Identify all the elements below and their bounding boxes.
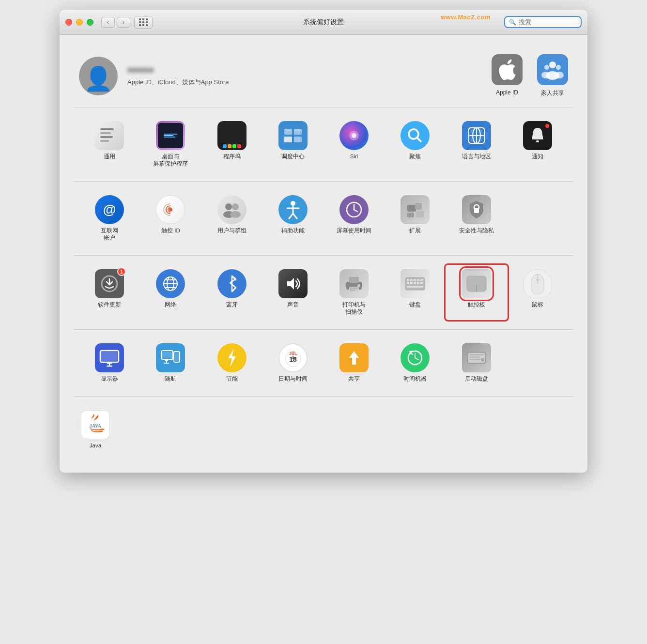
- apple-logo-svg: [498, 59, 516, 80]
- spotlight-icon: [401, 121, 430, 150]
- security-icon: [462, 195, 491, 224]
- svg-rect-90: [469, 356, 480, 358]
- back-button[interactable]: ‹: [101, 17, 115, 28]
- section-hardware: 1 软件更新: [74, 256, 573, 330]
- svg-rect-33: [416, 211, 424, 217]
- pref-energy[interactable]: 节能: [201, 339, 262, 386]
- extensions-icon: [401, 195, 430, 224]
- users-label: 用户与群组: [217, 227, 246, 234]
- spotlight-label: 聚焦: [409, 153, 421, 160]
- svg-rect-70: [162, 352, 172, 358]
- maximize-button[interactable]: [87, 19, 93, 26]
- updates-label: 软件更新: [98, 301, 121, 308]
- display-label: 显示器: [101, 375, 118, 383]
- svg-rect-59: [407, 286, 423, 288]
- avatar[interactable]: 👤: [79, 57, 118, 95]
- svg-point-20: [232, 203, 239, 210]
- startup-icon: [462, 343, 491, 372]
- svg-rect-52: [417, 279, 419, 281]
- close-button[interactable]: [65, 19, 72, 26]
- svg-rect-32: [407, 213, 414, 217]
- pref-display[interactable]: 显示器: [79, 339, 140, 386]
- notifications-label: 通知: [532, 153, 543, 160]
- pref-language[interactable]: 语言与地区: [446, 117, 507, 171]
- pref-keyboard[interactable]: 键盘: [385, 265, 446, 320]
- pref-users[interactable]: 用户与群组: [201, 191, 262, 245]
- search-input[interactable]: [519, 18, 577, 26]
- svg-rect-57: [417, 282, 419, 284]
- pref-network[interactable]: 网络: [140, 265, 201, 320]
- touchid-icon: [156, 195, 185, 224]
- updates-icon: 1: [95, 269, 124, 298]
- pref-mouse[interactable]: 鼠标: [507, 265, 568, 320]
- pref-startup[interactable]: 启动磁盘: [446, 339, 507, 386]
- family-sharing-action[interactable]: 家人共享: [537, 54, 568, 97]
- pref-bluetooth[interactable]: 蓝牙: [201, 265, 262, 320]
- pref-sharing[interactable]: 共享: [324, 339, 385, 386]
- pref-general[interactable]: 通用: [79, 117, 140, 171]
- svg-marker-83: [349, 351, 359, 365]
- energy-label: 节能: [226, 375, 238, 383]
- pref-security[interactable]: 安全性与隐私: [446, 191, 507, 245]
- pref-printers[interactable]: 打印机与扫描仪: [324, 265, 385, 320]
- profile-info: ●●●●● Apple ID、iCloud、媒体与App Store: [127, 65, 492, 87]
- update-badge: 1: [117, 267, 126, 276]
- accessibility-label: 辅助功能: [281, 227, 305, 234]
- svg-rect-7: [100, 132, 111, 134]
- svg-rect-55: [410, 282, 413, 284]
- printers-icon: [339, 269, 369, 298]
- pref-trackpad[interactable]: 触控板: [446, 265, 507, 320]
- svg-rect-89: [469, 354, 484, 355]
- pref-timemachine[interactable]: 时间机器: [385, 339, 446, 386]
- general-icon: [95, 121, 124, 150]
- grid-view-button[interactable]: [134, 16, 153, 29]
- extensions-label: 扩展: [409, 227, 421, 234]
- svg-line-86: [415, 358, 418, 360]
- pref-screentime[interactable]: 屏幕使用时间: [324, 191, 385, 245]
- nav-buttons: ‹ ›: [101, 17, 130, 28]
- pref-updates[interactable]: 1 软件更新: [79, 265, 140, 320]
- pref-siri[interactable]: Siri: [324, 117, 385, 171]
- profile-actions: Apple ID 家人共享: [492, 54, 568, 97]
- pref-dock[interactable]: 程序坞: [201, 117, 262, 171]
- screentime-icon: [339, 195, 369, 224]
- pref-java[interactable]: JAVA Java: [79, 406, 112, 453]
- trackpad-label: 触控板: [468, 301, 485, 308]
- keyboard-label: 键盘: [409, 301, 421, 308]
- pref-notifications[interactable]: 通知: [507, 117, 568, 171]
- svg-rect-50: [410, 279, 413, 281]
- pref-accessibility[interactable]: 辅助功能: [262, 191, 324, 245]
- pref-extensions[interactable]: 扩展: [385, 191, 446, 245]
- svg-rect-51: [414, 279, 416, 281]
- grid-dots-icon: [139, 18, 148, 26]
- pref-touchid[interactable]: 触控 ID: [140, 191, 201, 245]
- svg-point-45: [357, 284, 360, 287]
- profile-section: 👤 ●●●●● Apple ID、iCloud、媒体与App Store App…: [74, 45, 573, 107]
- svg-rect-8: [100, 136, 113, 138]
- traffic-lights: [65, 19, 93, 26]
- java-label: Java: [90, 442, 101, 449]
- pref-sidecar[interactable]: 随航: [140, 339, 201, 386]
- apple-id-action[interactable]: Apple ID: [492, 54, 523, 97]
- pref-spotlight[interactable]: 聚焦: [385, 117, 446, 171]
- pref-mission[interactable]: 调度中心: [262, 117, 324, 171]
- svg-point-92: [481, 358, 484, 361]
- svg-point-4: [556, 65, 561, 70]
- mouse-icon: [523, 269, 552, 298]
- svg-point-2: [544, 65, 549, 70]
- forward-button[interactable]: ›: [117, 17, 130, 28]
- trackpad-icon: [462, 269, 491, 298]
- datetime-icon: JUL 18: [278, 343, 308, 372]
- pref-internet[interactable]: @ 互联网帐户: [79, 191, 140, 245]
- pref-datetime[interactable]: JUL 18 日期与时间: [262, 339, 324, 386]
- pref-desktop[interactable]: 桌面与屏幕保护程序: [140, 117, 201, 171]
- search-box[interactable]: 🔍: [504, 16, 582, 28]
- dock-label: 程序坞: [223, 153, 241, 160]
- dock-icon: [217, 121, 246, 150]
- pref-sound[interactable]: 声音: [262, 265, 324, 320]
- sidecar-label: 随航: [165, 375, 176, 383]
- minimize-button[interactable]: [76, 19, 83, 26]
- titlebar: ‹ › 系统偏好设置 www.MacZ.com 🔍: [60, 10, 587, 35]
- bluetooth-icon: [217, 269, 246, 298]
- svg-point-5: [555, 72, 564, 78]
